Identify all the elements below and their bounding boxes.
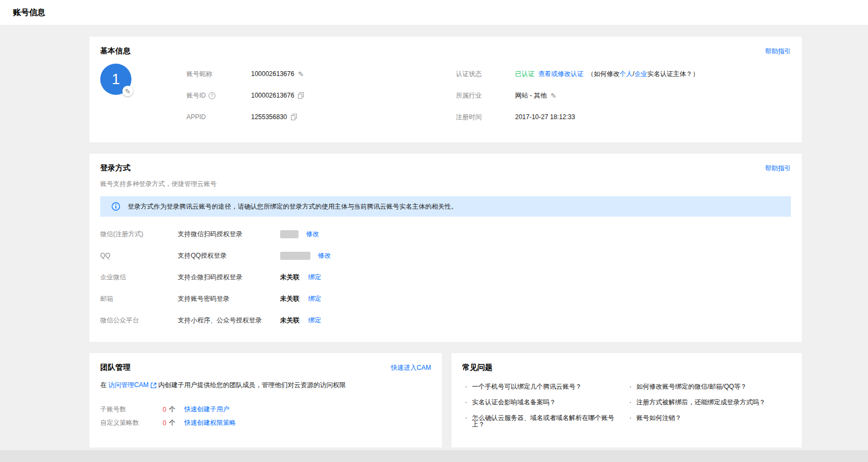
login-methods-subtitle: 账号支持多种登录方式，便捷管理云账号 <box>100 180 791 189</box>
bullet-icon: · <box>629 415 631 421</box>
account-id-label: 账号ID <box>186 91 206 100</box>
faq-question[interactable]: 账号如何注销？ <box>636 415 682 421</box>
policy-row: 自定义策略数 0 个 快速创建权限策略 <box>100 416 431 430</box>
auth-note: （如何修改个人/企业实名认证主体？） <box>587 70 699 79</box>
login-row-wechat: 微信(注册方式) 支持微信扫码授权登录 修改 <box>100 223 791 245</box>
faq-question[interactable]: 如何修改账号绑定的微信/邮箱/QQ等？ <box>636 383 747 390</box>
faq-question[interactable]: 一个手机号可以绑定几个腾讯云账号？ <box>472 383 582 390</box>
modify-qq-link[interactable]: 修改 <box>318 251 331 260</box>
subaccount-count: 0 <box>163 406 166 413</box>
faq-question[interactable]: 怎么确认云服务器、域名或者域名解析在哪个账号上？ <box>472 415 627 427</box>
pencil-icon: ✎ <box>125 88 131 95</box>
bottom-scrollbar-track[interactable] <box>0 450 868 462</box>
nickname-value: 100002613676 <box>251 70 294 78</box>
login-info-banner: 登录方式作为登录腾讯云账号的途径，请确认您所绑定的登录方式的使用主体与当前腾讯云… <box>100 196 791 217</box>
faq-item[interactable]: ·一个手机号可以绑定几个腾讯云账号？ <box>462 383 627 390</box>
basic-info-card: 基本信息 帮助指引 1 ✎ 账号昵称 100002613676 ✎ <box>89 37 802 142</box>
bind-wechat-official-link[interactable]: 绑定 <box>308 316 321 325</box>
bullet-icon: · <box>629 399 631 405</box>
faq-title: 常见问题 <box>462 363 492 373</box>
login-method-name: QQ <box>100 252 178 259</box>
page-title: 账号信息 <box>13 8 45 18</box>
bullet-icon: · <box>629 383 631 390</box>
edit-nickname-icon[interactable]: ✎ <box>298 71 304 78</box>
login-method-desc: 支持QQ授权登录 <box>178 251 280 260</box>
copy-account-id-icon[interactable] <box>298 92 304 99</box>
faq-item[interactable]: ·注册方式被解绑后，还能绑定成登录方式吗？ <box>627 399 791 405</box>
faq-card: 常见问题 ·一个手机号可以绑定几个腾讯云账号？ ·实名认证会影响域名备案吗？ ·… <box>452 353 802 447</box>
policy-unit: 个 <box>169 418 176 427</box>
login-method-name: 邮箱 <box>100 294 178 304</box>
avatar-edit-icon[interactable]: ✎ <box>122 86 133 96</box>
external-link-icon[interactable] <box>150 382 157 389</box>
modify-wechat-link[interactable]: 修改 <box>306 230 319 239</box>
regtime-label: 注册时间 <box>456 113 515 122</box>
login-row-email: 邮箱 支持账号密码登录 未关联 绑定 <box>100 288 791 309</box>
info-icon <box>112 202 120 211</box>
redacted-value <box>280 252 310 260</box>
enterprise-auth-link[interactable]: 企业 <box>634 70 647 78</box>
login-row-wechat-official: 微信公众平台 支持小程序、公众号授权登录 未关联 绑定 <box>100 309 791 331</box>
login-method-status: 未关联 <box>280 316 300 325</box>
bind-email-link[interactable]: 绑定 <box>308 294 321 304</box>
auth-status-label: 认证状态 <box>456 70 515 79</box>
faq-item[interactable]: ·如何修改账号绑定的微信/邮箱/QQ等？ <box>627 383 791 390</box>
login-method-status: 未关联 <box>280 294 300 304</box>
edit-industry-icon[interactable]: ✎ <box>551 92 557 99</box>
regtime-row: 注册时间 2017-10-27 18:12:33 <box>456 110 791 124</box>
auth-status-badge: 已认证 <box>515 70 534 79</box>
page-header: 账号信息 <box>0 0 868 25</box>
team-desc-prefix: 在 <box>100 381 107 390</box>
login-method-name: 企业微信 <box>100 273 178 282</box>
faq-item[interactable]: ·实名认证会影响域名备案吗？ <box>462 399 627 405</box>
login-method-name: 微信公众平台 <box>100 316 178 325</box>
login-row-qq: QQ 支持QQ授权登录 修改 <box>100 245 791 266</box>
team-management-card: 团队管理 快速进入CAM 在 访问管理CAM 内创建子用户提供给您的团队成员，管… <box>89 353 442 447</box>
policy-count: 0 <box>163 419 166 427</box>
login-help-link[interactable]: 帮助指引 <box>765 164 791 173</box>
help-circle-icon[interactable]: ? <box>209 92 216 99</box>
bullet-icon: · <box>465 399 467 405</box>
main-content: 基本信息 帮助指引 1 ✎ 账号昵称 100002613676 ✎ <box>89 37 802 447</box>
create-subuser-link[interactable]: 快速创建子用户 <box>184 405 230 414</box>
create-policy-link[interactable]: 快速创建权限策略 <box>184 418 236 427</box>
nickname-row: 账号昵称 100002613676 ✎ <box>186 67 456 81</box>
bind-wecom-link[interactable]: 绑定 <box>308 273 321 282</box>
regtime-value: 2017-10-27 18:12:33 <box>515 113 575 121</box>
subaccount-unit: 个 <box>169 405 176 414</box>
industry-value: 网站 - 其他 <box>515 91 547 100</box>
subaccount-label: 子账号数 <box>100 405 163 414</box>
faq-question[interactable]: 注册方式被解绑后，还能绑定成登录方式吗？ <box>636 399 766 405</box>
personal-auth-link[interactable]: 个人 <box>620 70 633 78</box>
basic-help-link[interactable]: 帮助指引 <box>765 47 791 56</box>
auth-status-row: 认证状态 已认证 查看或修改认证 （如何修改个人/企业实名认证主体？） <box>456 67 791 81</box>
auth-note-prefix: （如何修改 <box>587 70 620 78</box>
appid-label: APPID <box>186 113 251 121</box>
account-id-row: 账号ID ? 100002613676 <box>186 88 456 102</box>
faq-item[interactable]: ·账号如何注销？ <box>627 415 791 421</box>
login-method-desc: 支持企微扫码授权登录 <box>178 273 280 282</box>
copy-appid-icon[interactable] <box>291 114 297 120</box>
login-method-desc: 支持账号密码登录 <box>178 294 280 304</box>
account-id-value: 100002613676 <box>251 92 294 99</box>
login-method-desc: 支持微信扫码授权登录 <box>178 230 280 239</box>
policy-label: 自定义策略数 <box>100 418 163 427</box>
cam-link[interactable]: 访问管理CAM <box>108 381 149 390</box>
faq-question[interactable]: 实名认证会影响域名备案吗？ <box>472 399 556 405</box>
appid-value: 1255356830 <box>251 113 287 121</box>
bullet-icon: · <box>465 383 467 390</box>
quick-enter-cam-link[interactable]: 快速进入CAM <box>391 363 431 373</box>
view-modify-auth-link[interactable]: 查看或修改认证 <box>538 70 584 79</box>
team-description: 在 访问管理CAM 内创建子用户提供给您的团队成员，管理他们对云资源的访问权限 <box>100 381 431 390</box>
faq-item[interactable]: ·怎么确认云服务器、域名或者域名解析在哪个账号上？ <box>462 415 627 427</box>
login-banner-text: 登录方式作为登录腾讯云账号的途径，请确认您所绑定的登录方式的使用主体与当前腾讯云… <box>128 202 457 211</box>
redacted-value <box>280 230 298 238</box>
login-method-status: 未关联 <box>280 273 300 282</box>
bullet-icon: · <box>465 415 467 427</box>
login-methods-card: 登录方式 帮助指引 账号支持多种登录方式，便捷管理云账号 登录方式作为登录腾讯云… <box>89 154 802 342</box>
team-desc-suffix: 内创建子用户提供给您的团队成员，管理他们对云资源的访问权限 <box>158 381 346 390</box>
login-method-desc: 支持小程序、公众号授权登录 <box>178 316 280 325</box>
login-row-wecom: 企业微信 支持企微扫码授权登录 未关联 绑定 <box>100 266 791 288</box>
avatar[interactable]: 1 ✎ <box>100 64 186 132</box>
login-method-name: 微信(注册方式) <box>100 230 178 239</box>
